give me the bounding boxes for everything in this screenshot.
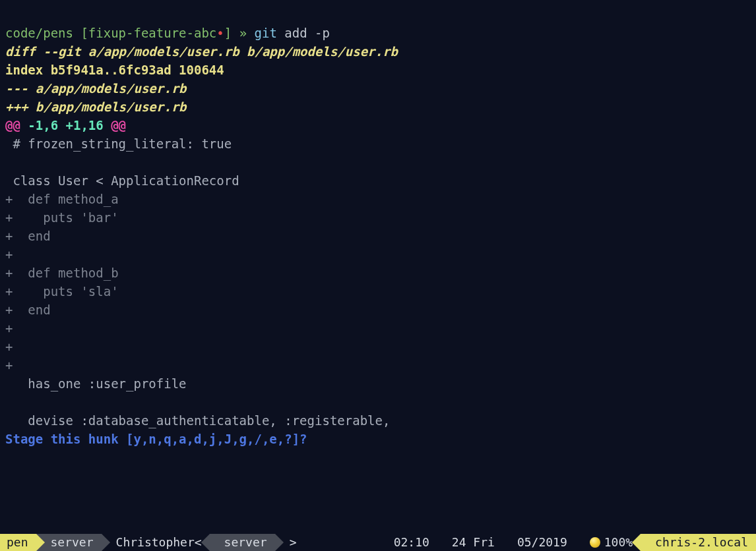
diff-context-line: # frozen_string_literal: true xyxy=(5,136,232,151)
command-git: git xyxy=(255,26,277,40)
prompt-branch: [fixup-feature-abc•] xyxy=(73,26,239,40)
status-host: chris-2.local xyxy=(641,534,756,551)
diff-added-line: + puts 'sla' xyxy=(5,284,119,299)
diff-index-line: index b5f941a..6fc93ad 100644 xyxy=(5,63,224,77)
diff-added-line: + xyxy=(5,247,13,262)
status-month: 05/2019 xyxy=(503,534,575,551)
diff-added-line: + end xyxy=(5,229,51,243)
status-window: server xyxy=(36,534,102,551)
battery-icon xyxy=(590,537,600,548)
diff-minus-file: --- a/app/models/user.rb xyxy=(5,81,187,96)
diff-added-line: + xyxy=(5,339,13,354)
stage-hunk-prompt[interactable]: Stage this hunk [y,n,q,a,d,j,J,g,/,e,?]? xyxy=(5,432,307,446)
diff-header-line: diff --git a/app/models/user.rb b/app/mo… xyxy=(5,44,398,59)
diff-context-line: class User < ApplicationRecord xyxy=(5,173,239,188)
status-user: Christopher< xyxy=(102,534,210,551)
status-session: pen xyxy=(0,534,36,551)
diff-added-line: + puts 'bar' xyxy=(5,210,119,225)
diff-context-line: has_one :user_profile xyxy=(5,376,187,391)
diff-context-line: devise :database_authenticatable, :regis… xyxy=(5,413,390,428)
dirty-indicator-icon: • xyxy=(216,26,224,40)
prompt-separator: » xyxy=(239,26,247,40)
status-date: 24 Fri xyxy=(437,534,503,551)
diff-added-line: + def method_b xyxy=(5,266,119,280)
diff-added-line: + xyxy=(5,358,13,372)
terminal-output[interactable]: code/pens [fixup-feature-abc•] » git add… xyxy=(0,0,756,448)
status-pane: server xyxy=(210,534,275,551)
hunk-header: @@ -1,6 +1,16 @@ xyxy=(5,118,126,132)
status-battery: 100% xyxy=(575,534,641,551)
diff-added-line: + xyxy=(5,321,13,335)
diff-added-line: + def method_a xyxy=(5,192,119,206)
tmux-statusbar: pen server Christopher< server > 02:10 2… xyxy=(0,534,756,551)
diff-plus-file: +++ b/app/models/user.rb xyxy=(5,100,187,114)
diff-added-line: + end xyxy=(5,303,51,317)
prompt-path: code/pens xyxy=(5,26,73,40)
command-args: add -p xyxy=(277,26,330,40)
